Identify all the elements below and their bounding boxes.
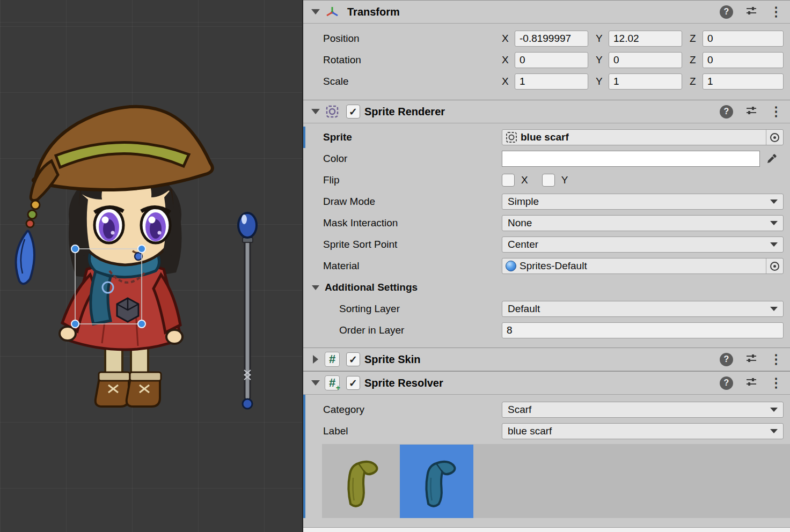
sprite-skin-title: Sprite Skin (364, 353, 420, 366)
color-row: Color (303, 148, 790, 169)
character-sprite[interactable] (16, 107, 213, 407)
scale-label: Scale (323, 76, 502, 87)
sprite-renderer-header: ✓ Sprite Renderer ? ⋮ (303, 100, 790, 123)
selection-handle[interactable] (138, 245, 145, 253)
help-icon[interactable]: ? (720, 376, 733, 390)
foldout-additional-settings[interactable] (311, 285, 320, 290)
mask-interaction-label: Mask Interaction (323, 217, 502, 229)
foldout-sprite-renderer[interactable] (311, 109, 320, 114)
sprite-renderer-enabled-checkbox[interactable]: ✓ (346, 105, 360, 119)
inspector-footer (303, 527, 790, 532)
foldout-sprite-skin[interactable] (311, 355, 320, 364)
flip-row: Flip X Y (303, 169, 790, 191)
color-swatch[interactable] (502, 151, 760, 167)
position-label: Position (323, 33, 502, 45)
presets-icon[interactable] (745, 104, 758, 120)
axis-y-label: Y (596, 33, 609, 45)
selection-handle[interactable] (71, 245, 79, 253)
foldout-sprite-resolver[interactable] (311, 380, 320, 386)
sprite-icon (506, 131, 517, 143)
draw-mode-row: Draw Mode Simple (303, 191, 790, 212)
staff-sprite[interactable] (238, 213, 257, 409)
additional-settings-row[interactable]: Additional Settings (303, 277, 790, 298)
kebab-menu-icon[interactable]: ⋮ (770, 5, 782, 18)
additional-settings-title: Additional Settings (325, 282, 418, 293)
scale-z-field[interactable]: 1 (703, 73, 784, 90)
color-label: Color (323, 153, 502, 165)
sprite-resolver-body: Category Scarf Label blue scarf (303, 395, 790, 518)
override-stripe-sprite (303, 127, 305, 148)
selection-handle[interactable] (71, 320, 79, 328)
material-label: Material (323, 260, 502, 272)
sorting-layer-dropdown[interactable]: Default (502, 301, 784, 317)
order-in-layer-field[interactable]: 8 (502, 322, 784, 338)
presets-icon[interactable] (745, 4, 758, 20)
rotation-label: Rotation (323, 54, 502, 66)
draw-mode-dropdown[interactable]: Simple (502, 194, 784, 210)
scale-y-field[interactable]: 1 (609, 73, 682, 90)
rotation-y-field[interactable]: 0 (609, 52, 682, 68)
sprite-resolver-icon: #+ (325, 375, 340, 390)
position-z-field[interactable]: 0 (703, 31, 784, 47)
help-icon[interactable]: ? (720, 105, 733, 119)
blue-scarf-sprite (407, 449, 466, 513)
axis-z-label: Z (690, 76, 703, 87)
material-field-value: Sprites-Default (520, 260, 587, 272)
sorting-layer-label: Sorting Layer (339, 303, 502, 315)
material-icon (506, 261, 516, 271)
foldout-transform[interactable] (311, 9, 320, 14)
sprite-resolver-enabled-checkbox[interactable]: ✓ (346, 376, 360, 390)
rotation-row: Rotation X 0 Y 0 Z 0 (303, 49, 790, 71)
draw-mode-label: Draw Mode (323, 196, 502, 208)
label-value: blue scarf (508, 425, 552, 437)
category-dropdown[interactable]: Scarf (502, 402, 784, 418)
sprite-sort-point-value: Center (508, 239, 538, 250)
kebab-menu-icon[interactable]: ⋮ (770, 376, 782, 389)
sprite-renderer-title: Sprite Renderer (364, 106, 445, 118)
scale-x-field[interactable]: 1 (515, 73, 588, 90)
flip-x-checkbox[interactable] (502, 174, 515, 187)
mask-interaction-value: None (508, 217, 532, 229)
material-object-field[interactable]: Sprites-Default (502, 258, 784, 274)
scene-view[interactable] (0, 0, 303, 532)
position-x-field[interactable]: -0.8199997 (515, 31, 588, 47)
position-y-field[interactable]: 12.02 (609, 31, 682, 47)
label-dropdown[interactable]: blue scarf (502, 423, 784, 439)
material-row: Material Sprites-Default (303, 255, 790, 277)
label-row: Label blue scarf (303, 420, 790, 442)
object-picker-icon[interactable] (766, 130, 783, 145)
sprite-sort-point-label: Sprite Sort Point (323, 239, 502, 250)
sprite-sort-point-row: Sprite Sort Point Center (303, 234, 790, 255)
presets-icon[interactable] (745, 352, 758, 367)
axis-z-label: Z (690, 54, 703, 66)
kebab-menu-icon[interactable]: ⋮ (770, 353, 782, 366)
help-icon[interactable]: ? (720, 5, 733, 19)
draw-mode-value: Simple (508, 196, 539, 208)
sprite-variant-strip (322, 444, 790, 518)
selection-handle[interactable] (138, 320, 145, 328)
eyedropper-icon[interactable] (760, 151, 784, 167)
kebab-menu-icon[interactable]: ⋮ (770, 105, 782, 118)
mask-interaction-dropdown[interactable]: None (502, 215, 784, 231)
flip-y-checkbox[interactable] (542, 174, 555, 187)
sprite-field-value: blue scarf (521, 131, 569, 143)
category-value: Scarf (508, 404, 531, 416)
chevron-down-icon (770, 307, 778, 311)
sprite-renderer-body: Sprite blue scarf Color (303, 123, 790, 348)
chevron-down-icon (770, 221, 778, 225)
flip-y-label: Y (561, 174, 568, 186)
rotation-x-field[interactable]: 0 (515, 52, 588, 68)
sprite-object-field[interactable]: blue scarf (502, 129, 784, 145)
chevron-down-icon (770, 429, 778, 433)
thumbnail-green-scarf[interactable] (322, 445, 396, 518)
presets-icon[interactable] (745, 375, 758, 391)
category-label: Category (323, 404, 502, 416)
flip-label: Flip (323, 174, 502, 186)
help-icon[interactable]: ? (720, 353, 733, 366)
sprite-label: Sprite (323, 131, 502, 143)
object-picker-icon[interactable] (766, 258, 783, 274)
sprite-sort-point-dropdown[interactable]: Center (502, 237, 784, 253)
thumbnail-blue-scarf[interactable] (400, 445, 473, 518)
rotation-z-field[interactable]: 0 (703, 52, 784, 68)
sprite-skin-enabled-checkbox[interactable]: ✓ (346, 352, 360, 366)
